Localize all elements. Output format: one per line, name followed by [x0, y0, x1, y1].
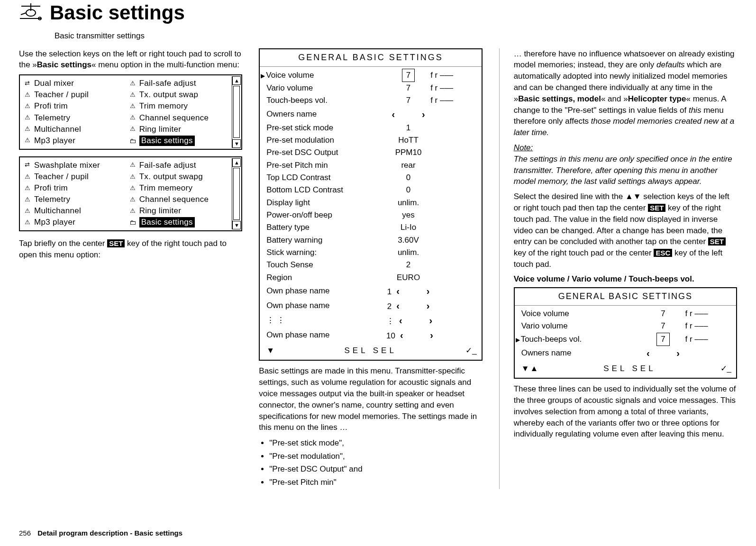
menu-box-1: ⇄Dual mixer ⚠Fail-safe adjust ⚠Teacher /… — [19, 74, 242, 150]
menu-item: ⚠Multichannel — [24, 124, 124, 135]
list-item: "Pre-set DSC Output" and — [269, 463, 482, 475]
list-item: "Pre-set Pitch min" — [269, 476, 482, 489]
menu-item: ⚠Teacher / pupil — [24, 90, 124, 100]
list-item: "Pre-set stick mode", — [269, 437, 482, 449]
lcd-row: Voice volume7f r ––– — [521, 308, 731, 320]
note: Note: The settings in this menu are only… — [514, 142, 737, 187]
set-key: SET — [708, 237, 726, 246]
lcd-row: ▶Touch-beeps vol.7f r ––– — [521, 333, 731, 346]
scroll-thumb — [233, 86, 240, 138]
lcd-volume-settings: GENERAL BASIC SETTINGS Voice volume7f r … — [514, 287, 737, 379]
lcd-row: Touch Sense2 — [266, 259, 476, 271]
lcd-general-settings: GENERAL BASIC SETTINGS ▶Voice volume7f r… — [259, 48, 482, 361]
lcd-row: Owners name‹ › — [266, 107, 476, 122]
lcd-row: Touch-beeps vol.7f r ––– — [266, 94, 476, 107]
scroll-down-icon: ▼ — [232, 139, 241, 148]
menu-item: ⚠Profi trim — [24, 183, 124, 193]
lcd-title: GENERAL BASIC SETTINGS — [515, 288, 736, 306]
helicopter-icon — [19, 2, 43, 24]
menu-item: ⚠Channel sequence — [129, 113, 229, 123]
set-key: SET — [648, 204, 665, 212]
menu-item: ⚠Mp3 player — [24, 136, 124, 146]
lcd-row: Own phase name1‹ › — [266, 284, 476, 299]
col3-p1: … therefore have no influence whatsoever… — [514, 48, 737, 138]
page-subtitle: Basic transmitter settings — [55, 31, 737, 41]
lcd-row: Pre-set stick mode1 — [266, 122, 476, 134]
menu-item: ⚠Tx. output swapg — [129, 172, 229, 182]
set-key: SET — [107, 239, 125, 247]
preset-bullets: "Pre-set stick mode", "Pre-set modulatio… — [269, 437, 482, 488]
list-item: "Pre-set modulation", — [269, 450, 482, 463]
sel-labels: SEL SEL — [344, 345, 396, 357]
lcd-row: Own phase name10‹ › — [266, 328, 476, 343]
lcd-row: Power-on/off beepyes — [266, 209, 476, 221]
lcd-row: Top LCD Contrast0 — [266, 172, 476, 184]
scroll-up-icon: ▲ — [232, 158, 241, 167]
lcd-row: Pre-set modulationHoTT — [266, 134, 476, 146]
scroll-thumb — [233, 168, 240, 220]
lcd-row: Owners name‹ › — [521, 346, 731, 361]
col3-p2: Select the desired line with the ▲▼ sele… — [514, 191, 737, 270]
lcd-row: RegionEURO — [266, 272, 476, 284]
lcd-title: GENERAL BASIC SETTINGS — [260, 49, 481, 67]
menu-item: ⚠Multichannel — [24, 206, 124, 216]
lcd-row: Pre-set Pitch minrear — [266, 159, 476, 172]
menu-item: ⚠Profi trim — [24, 101, 124, 111]
sel-labels: SEL SEL — [603, 363, 656, 375]
menu-item-selected: 🗀Basic settings — [129, 136, 229, 146]
lcd-row: Own phase name2‹ › — [266, 299, 476, 313]
tick-icon: ✓_ — [720, 363, 731, 375]
menu-item: ⚠Fail-safe adjust — [129, 160, 229, 171]
menu-item: ⚠Mp3 player — [24, 217, 124, 228]
scrollbar: ▲ ▼ — [232, 76, 240, 148]
page-title: Basic settings — [50, 0, 185, 26]
tick-icon: ✓_ — [465, 345, 476, 357]
tap-text: Tap briefly on the center SET key of the… — [19, 238, 242, 261]
updown-arrow-icon: ▼▲ — [521, 363, 539, 375]
down-arrow-icon: ▼ — [266, 345, 275, 357]
lcd-row: ▶Voice volume7f r ––– — [266, 69, 476, 82]
col3-p3: These three lines can be used to individ… — [514, 383, 737, 440]
menu-item: ⚠Telemetry — [24, 194, 124, 205]
menu-item: ⚠Fail-safe adjust — [129, 78, 229, 89]
scrollbar: ▲ ▼ — [232, 158, 240, 230]
menu-item-selected: 🗀Basic settings — [129, 217, 229, 228]
lcd-row: Stick warning:unlim. — [266, 246, 476, 259]
menu-item: ⚠Teacher / pupil — [24, 172, 124, 182]
menu-item: ⇄Swashplate mixer — [24, 160, 124, 171]
scroll-up-icon: ▲ — [232, 76, 241, 85]
menu-item: ⚠Ring limiter — [129, 124, 229, 135]
menu-item: ⚠Trim memeory — [129, 183, 229, 193]
scroll-down-icon: ▼ — [232, 221, 241, 229]
menu-item: ⚠Trim memory — [129, 101, 229, 111]
lcd-row: Bottom LCD Contrast0 — [266, 184, 476, 196]
menu-item: ⚠Telemetry — [24, 113, 124, 123]
menu-item: ⇄Dual mixer — [24, 78, 124, 89]
intro-text: Use the selection keys on the left or ri… — [19, 48, 242, 71]
menu-item: ⚠Channel sequence — [129, 194, 229, 205]
esc-key: ESC — [654, 249, 672, 257]
lcd-row: Display lightunlim. — [266, 197, 476, 209]
menu-item: ⚠Ring limiter — [129, 206, 229, 216]
menu-item: ⚠Tx. output swap — [129, 90, 229, 100]
menu-box-2: ⇄Swashplate mixer ⚠Fail-safe adjust ⚠Tea… — [19, 156, 242, 232]
lcd-row: ⋮ ⋮⋮‹ › — [266, 313, 476, 328]
lcd-row: Vario volume7f r ––– — [521, 320, 731, 332]
svg-line-4 — [21, 13, 26, 15]
col2-para: Basic settings are made in this menu. Tr… — [259, 365, 482, 433]
lcd-row: Battery warning3.60V — [266, 234, 476, 246]
page-footer: 256 Detail program description - Basic s… — [19, 528, 182, 538]
lcd-row: Vario volume7f r ––– — [266, 82, 476, 94]
section-title: Voice volume / Vario volume / Touch-beep… — [514, 274, 737, 284]
lcd-row: Battery typeLi-Io — [266, 221, 476, 234]
lcd-row: Pre-set DSC OutputPPM10 — [266, 146, 476, 159]
